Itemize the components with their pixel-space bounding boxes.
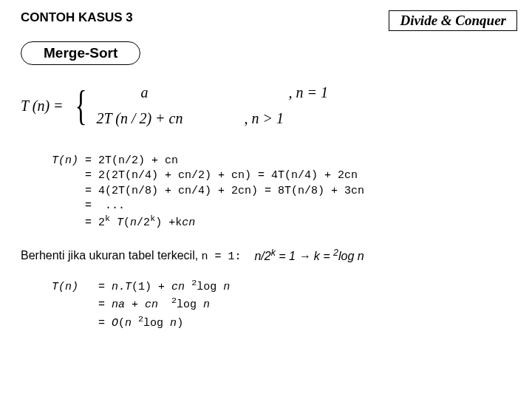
brace-icon: { <box>75 85 86 126</box>
stop-cond: n = 1: <box>202 251 242 264</box>
expansion-label: T(n) <box>52 154 78 167</box>
stop-text: Berhenti jika ukuran tabel terkecil, <box>21 250 198 262</box>
expansion-line-5: = 2k T(n/2k) +kcn <box>85 216 195 229</box>
expansion-block: T(n) = 2T(n/2) + cn = 2(2T(n/4) + cn/2) … <box>52 154 532 231</box>
algorithm-name: Merge-Sort <box>21 41 140 65</box>
case2-expr: 2T (n / 2) + cn <box>96 110 244 127</box>
lhs: T (n) = <box>21 98 64 115</box>
stop-condition-line: Berhenti jika ukuran tabel terkecil, n =… <box>21 247 532 263</box>
case-title: CONTOH KASUS 3 <box>21 10 133 25</box>
expansion-line-4: = ... <box>85 200 125 212</box>
expansion-line-3: = 4(2T(n/8) + cn/4) + 2cn) = 8T(n/8) + 3… <box>85 185 364 197</box>
case1-cond: , n = 1 <box>288 84 328 101</box>
final-label: T(n) <box>52 281 78 293</box>
case1-expr: a <box>96 84 288 101</box>
stop-tail: n/2k = 1 → k = 2log n <box>254 250 364 262</box>
expansion-line-1: = 2T(n/2) + cn <box>85 154 178 167</box>
recurrence-definition: T (n) = { a , n = 1 2T (n / 2) + cn , n … <box>21 84 532 127</box>
final-block: T(n) = n.T(1) + cn 2log n = na + cn 2log… <box>52 277 532 332</box>
case2-cond: , n > 1 <box>244 110 284 127</box>
topic-badge: Divide & Conquer <box>389 10 517 31</box>
expansion-line-2: = 2(2T(n/4) + cn/2) + cn) = 4T(n/4) + 2c… <box>85 169 358 182</box>
